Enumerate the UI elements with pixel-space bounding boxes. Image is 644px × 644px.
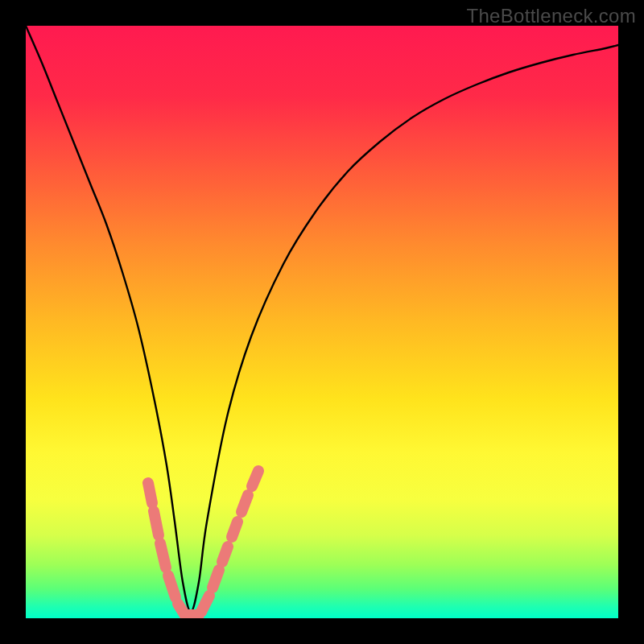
dash-right-2	[213, 570, 219, 588]
watermark-text: TheBottleneck.com	[466, 5, 636, 27]
dash-left-4	[168, 576, 175, 597]
dash-left-2	[154, 511, 159, 535]
dash-right-4	[232, 522, 237, 537]
dash-right-6	[252, 471, 258, 486]
dash-left-3	[160, 543, 166, 568]
dash-right-3	[222, 547, 228, 562]
chart-frame	[26, 26, 618, 618]
chart-svg	[26, 26, 618, 618]
dash-right-1	[201, 596, 209, 612]
dash-right-5	[242, 495, 248, 512]
bottleneck-curve	[26, 26, 618, 612]
dash-left-1	[148, 483, 152, 503]
